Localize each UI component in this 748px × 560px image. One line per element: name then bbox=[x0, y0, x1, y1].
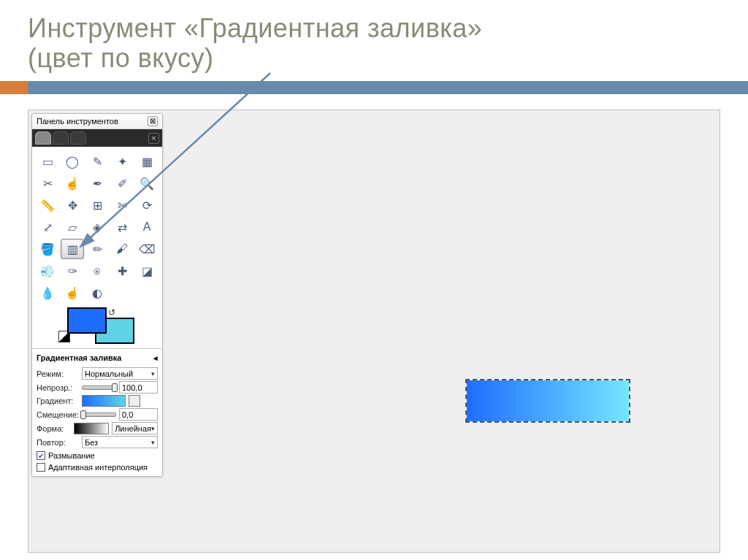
tool-blur[interactable]: 💧 bbox=[36, 283, 59, 303]
tool-rotate[interactable]: ⟳ bbox=[135, 195, 159, 215]
collapse-icon[interactable]: ◂ bbox=[153, 353, 158, 363]
mode-value: Нормальный bbox=[85, 369, 133, 378]
tool-ellipse-select[interactable]: ◯ bbox=[61, 151, 84, 172]
toolbox-tab-3[interactable] bbox=[70, 131, 86, 145]
scale-icon: ⤢ bbox=[43, 220, 53, 234]
tool-paths[interactable]: ✒ bbox=[85, 173, 109, 193]
tool-clone[interactable]: ⍟ bbox=[85, 261, 109, 281]
fuzzy-select-icon: ✦ bbox=[118, 155, 127, 169]
tool-eraser[interactable]: ⌫ bbox=[135, 239, 159, 259]
tool-perspective[interactable]: ◈ bbox=[85, 217, 109, 237]
rect-select-icon: ▭ bbox=[42, 155, 53, 169]
airbrush-icon: 💨 bbox=[40, 264, 55, 278]
tool-options: Градиентная заливка ◂ Режим: Нормальный … bbox=[32, 348, 162, 476]
tool-align[interactable]: ⊞ bbox=[85, 195, 109, 215]
adaptive-checkbox-row[interactable]: Адаптивная интерполяция bbox=[37, 463, 158, 472]
shape-select[interactable]: Линейная ▾ bbox=[112, 422, 158, 434]
dither-label: Размывание bbox=[48, 451, 95, 460]
repeat-label: Повтор: bbox=[37, 438, 79, 447]
color-swatches: ↺ bbox=[32, 306, 162, 348]
offset-label: Смещение: bbox=[37, 410, 79, 419]
clone-icon: ⍟ bbox=[94, 264, 101, 277]
opacity-label: Непрозр.: bbox=[37, 383, 79, 392]
zoom-icon: 🔍 bbox=[140, 177, 154, 191]
measure-icon: 📏 bbox=[40, 199, 55, 212]
tool-crop[interactable]: ✄ bbox=[110, 195, 134, 215]
offset-slider[interactable] bbox=[82, 413, 116, 417]
tool-fuzzy-select[interactable]: ✦ bbox=[110, 151, 134, 172]
accent-left bbox=[0, 81, 28, 94]
free-select-icon: ✎ bbox=[93, 155, 102, 169]
opacity-slider[interactable] bbox=[82, 386, 116, 390]
accent-bar bbox=[0, 81, 748, 94]
tool-shear[interactable]: ▱ bbox=[61, 217, 84, 237]
offset-thumb[interactable] bbox=[80, 410, 86, 419]
swap-colors-icon[interactable]: ↺ bbox=[108, 307, 115, 318]
tool-foreground-sel[interactable]: ☝ bbox=[61, 173, 84, 193]
adaptive-checkbox[interactable] bbox=[37, 463, 45, 472]
tool-pencil[interactable]: ✏ bbox=[85, 239, 109, 259]
toolbox-title: Панель инструментов bbox=[37, 117, 118, 126]
toolbox-tab-strip: × bbox=[32, 129, 162, 147]
repeat-value: Без bbox=[85, 438, 98, 447]
tab-close-icon[interactable]: × bbox=[148, 133, 159, 144]
offset-value: 0,0 bbox=[122, 410, 133, 419]
shape-label: Форма: bbox=[37, 424, 71, 433]
tool-bucket-fill[interactable]: 🪣 bbox=[36, 239, 59, 259]
gimp-toolbox: Панель инструментов ⊠ × ▭◯✎✦▦✂☝✒✐🔍📏✥⊞✄⟳⤢… bbox=[31, 113, 163, 477]
flip-icon: ⇄ bbox=[118, 220, 127, 234]
paths-icon: ✒ bbox=[93, 177, 102, 191]
tool-measure[interactable]: 📏 bbox=[36, 195, 59, 215]
dither-checkbox-row[interactable]: ✔ Размывание bbox=[37, 451, 158, 460]
tool-scale[interactable]: ⤢ bbox=[36, 217, 59, 237]
tool-rect-select[interactable]: ▭ bbox=[36, 151, 59, 172]
opacity-thumb[interactable] bbox=[112, 383, 118, 392]
tool-gradient[interactable]: ▥ bbox=[61, 239, 84, 259]
align-icon: ⊞ bbox=[93, 199, 102, 212]
perspective-icon: ◈ bbox=[93, 220, 102, 234]
tool-dodge-burn[interactable]: ◐ bbox=[85, 283, 109, 303]
tool-move[interactable]: ✥ bbox=[61, 195, 84, 215]
mode-select[interactable]: Нормальный ▾ bbox=[82, 367, 158, 380]
gradient-reverse-button[interactable] bbox=[129, 395, 140, 407]
tool-color-select[interactable]: ▦ bbox=[135, 151, 159, 172]
gradient-preview[interactable] bbox=[82, 395, 126, 407]
tool-paintbrush[interactable]: 🖌 bbox=[110, 239, 134, 259]
gradient-label: Градиент: bbox=[37, 396, 79, 405]
bucket-fill-icon: 🪣 bbox=[40, 242, 55, 256]
dodge-burn-icon: ◐ bbox=[92, 286, 102, 300]
tool-airbrush[interactable]: 💨 bbox=[36, 261, 59, 281]
tool-flip[interactable]: ⇄ bbox=[110, 217, 134, 237]
ink-icon: ✑ bbox=[68, 264, 77, 278]
slide-title: Инструмент «Градиентная заливка» (цвет п… bbox=[0, 0, 748, 74]
title-line1: Инструмент «Градиентная заливка» bbox=[28, 13, 748, 43]
close-icon[interactable]: ⊠ bbox=[148, 116, 158, 126]
tool-heal[interactable]: ✚ bbox=[110, 261, 134, 281]
color-select-icon: ▦ bbox=[142, 155, 153, 169]
shear-icon: ▱ bbox=[68, 220, 77, 234]
tool-free-select[interactable]: ✎ bbox=[85, 151, 109, 172]
toolbox-tab-2[interactable] bbox=[53, 131, 69, 145]
tool-smudge[interactable]: ☝ bbox=[61, 283, 84, 303]
tool-color-picker[interactable]: ✐ bbox=[110, 173, 134, 193]
chevron-down-icon: ▾ bbox=[151, 370, 155, 377]
foreground-sel-icon: ☝ bbox=[65, 177, 80, 191]
tool-ink[interactable]: ✑ bbox=[61, 261, 84, 281]
foreground-swatch[interactable] bbox=[67, 307, 107, 334]
offset-input[interactable]: 0,0 bbox=[119, 408, 158, 421]
ellipse-select-icon: ◯ bbox=[66, 155, 79, 169]
dither-checkbox[interactable]: ✔ bbox=[37, 451, 45, 460]
tool-scissors[interactable]: ✂ bbox=[36, 173, 59, 193]
tool-text[interactable]: A bbox=[135, 217, 159, 237]
paintbrush-icon: 🖌 bbox=[116, 242, 128, 256]
tool-perspective-clone[interactable]: ◪ bbox=[135, 261, 159, 281]
rotate-icon: ⟳ bbox=[142, 199, 152, 212]
opacity-input[interactable]: 100,0 bbox=[119, 381, 158, 394]
move-icon: ✥ bbox=[68, 199, 77, 212]
toolbox-tab-main[interactable] bbox=[35, 131, 51, 145]
toolbox-titlebar[interactable]: Панель инструментов ⊠ bbox=[32, 114, 162, 129]
repeat-select[interactable]: Без ▾ bbox=[82, 436, 158, 448]
smudge-icon: ☝ bbox=[65, 286, 80, 300]
mode-label: Режим: bbox=[37, 369, 79, 378]
tool-zoom[interactable]: 🔍 bbox=[135, 173, 159, 193]
